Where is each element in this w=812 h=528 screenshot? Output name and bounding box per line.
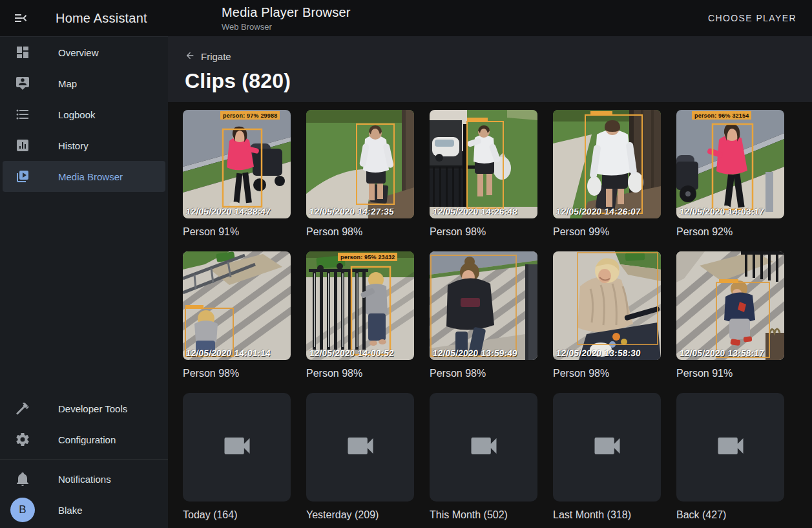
clip-caption: Person 98% bbox=[306, 368, 414, 379]
clips-grid: person: 97% 29988 12/05/2020 14:38:47 Pe… bbox=[168, 102, 812, 521]
user-avatar: B bbox=[10, 498, 35, 522]
clip-card[interactable]: 12/05/2020 14:26:07 Person 99% bbox=[553, 110, 661, 238]
clip-timestamp: 12/05/2020 14:03:17 bbox=[679, 207, 764, 216]
clip-card[interactable]: 12/05/2020 13:58:30 Person 98% bbox=[553, 251, 661, 379]
sidebar-item-configuration[interactable]: Configuration bbox=[3, 424, 165, 455]
folder-thumbnail bbox=[430, 393, 537, 502]
sidebar-item-developer-tools[interactable]: Developer Tools bbox=[3, 393, 165, 424]
hammer-icon bbox=[15, 401, 30, 416]
sidebar-item-label: Notifications bbox=[58, 474, 111, 485]
arrow-left-icon bbox=[185, 50, 195, 63]
clip-thumbnail: 12/05/2020 13:59:49 bbox=[430, 251, 537, 360]
clip-card[interactable]: 12/05/2020 14:27:35 Person 98% bbox=[306, 110, 414, 238]
clip-card[interactable]: 12/05/2020 14:01:14 Person 98% bbox=[183, 251, 291, 379]
bar-chart-box-icon bbox=[15, 138, 30, 153]
clip-caption: Person 98% bbox=[430, 368, 537, 379]
choose-player-button[interactable]: CHOOSE PLAYER bbox=[702, 0, 803, 36]
sidebar: Overview Map Logbook History Media Brows… bbox=[0, 36, 168, 528]
clip-card[interactable]: 12/05/2020 13:59:49 Person 98% bbox=[430, 251, 537, 379]
detection-label: person: 95% 23432 bbox=[338, 253, 397, 261]
page-toolbar-title: Media Player Browser Web Browser bbox=[222, 5, 351, 32]
cctv-scene-boy-navy-shirt bbox=[676, 251, 784, 360]
clip-thumbnail: 12/05/2020 14:26:07 bbox=[553, 110, 661, 218]
clip-card[interactable]: person: 95% 23432 12/05/2020 14:00:52 Pe… bbox=[306, 251, 414, 379]
folder-card-today[interactable]: Today (164) bbox=[183, 393, 291, 521]
media-browser-content: Frigate Clips (820) bbox=[168, 36, 812, 528]
clip-thumbnail: 12/05/2020 14:27:35 bbox=[306, 110, 414, 218]
clip-thumbnail: person: 96% 32154 12/05/2020 14:03:17 bbox=[676, 110, 784, 218]
clip-caption: Person 99% bbox=[553, 226, 661, 238]
sidebar-divider bbox=[0, 459, 168, 459]
clip-timestamp: 12/05/2020 14:01:14 bbox=[185, 348, 271, 358]
clip-timestamp: 12/05/2020 13:59:49 bbox=[432, 348, 517, 358]
clip-caption: Person 92% bbox=[676, 226, 784, 238]
breadcrumb-back-frigate[interactable]: Frigate bbox=[185, 50, 231, 63]
clip-timestamp: 12/05/2020 14:26:48 bbox=[432, 207, 517, 216]
page-title: Clips (820) bbox=[185, 69, 796, 93]
clip-timestamp: 12/05/2020 14:00:52 bbox=[309, 348, 394, 358]
cctv-scene-fence-toddler bbox=[306, 251, 414, 360]
sidebar-item-label: Developer Tools bbox=[58, 403, 127, 414]
folder-caption: Today (164) bbox=[183, 509, 291, 521]
clip-thumbnail: 12/05/2020 13:58:30 bbox=[553, 251, 661, 360]
sidebar-item-user-profile[interactable]: B Blake bbox=[3, 494, 165, 525]
sidebar-spacer bbox=[0, 192, 168, 393]
folder-card-yesterday[interactable]: Yesterday (209) bbox=[306, 393, 414, 521]
list-bulleted-icon bbox=[15, 107, 30, 122]
map-account-icon bbox=[15, 76, 30, 91]
folder-caption: This Month (502) bbox=[430, 509, 537, 521]
cctv-scene-garage-gate bbox=[430, 110, 537, 218]
folder-caption: Yesterday (209) bbox=[306, 509, 414, 521]
menu-open-icon bbox=[13, 10, 28, 26]
video-camera-icon bbox=[467, 429, 501, 465]
sidebar-item-notifications[interactable]: Notifications bbox=[3, 463, 165, 494]
clip-caption: Person 98% bbox=[430, 226, 537, 238]
detection-label: person: 96% 32154 bbox=[692, 111, 751, 120]
clip-caption: Person 91% bbox=[183, 226, 291, 238]
clip-card[interactable]: person: 97% 29988 12/05/2020 14:38:47 Pe… bbox=[183, 110, 291, 238]
video-camera-icon bbox=[714, 429, 747, 465]
clip-thumbnail: 12/05/2020 13:58:17 bbox=[676, 251, 784, 360]
cctv-scene-sidewalk-close bbox=[676, 110, 784, 218]
cctv-scene-knit-sweater-woman bbox=[553, 251, 661, 360]
clip-timestamp: 12/05/2020 13:58:30 bbox=[556, 348, 641, 358]
folder-card-last-month[interactable]: Last Month (318) bbox=[553, 393, 661, 521]
breadcrumb-label: Frigate bbox=[201, 51, 231, 62]
sidebar-item-history[interactable]: History bbox=[3, 130, 165, 161]
clip-thumbnail: person: 95% 23432 12/05/2020 14:00:52 bbox=[306, 251, 414, 360]
folder-caption: Back (427) bbox=[676, 509, 784, 521]
sidebar-item-media-browser[interactable]: Media Browser bbox=[3, 161, 165, 192]
media-player-subtitle: Web Browser bbox=[222, 22, 351, 32]
clip-timestamp: 12/05/2020 13:58:17 bbox=[679, 348, 764, 358]
clip-timestamp: 12/05/2020 14:38:47 bbox=[185, 207, 271, 216]
sidebar-item-label: Configuration bbox=[58, 434, 116, 445]
app-toolbar: Home Assistant Media Player Browser Web … bbox=[0, 0, 812, 36]
cctv-scene-hoodie-woman bbox=[430, 251, 537, 360]
clip-caption: Person 91% bbox=[676, 368, 784, 379]
clip-caption: Person 98% bbox=[306, 226, 414, 238]
clip-thumbnail: 12/05/2020 14:01:14 bbox=[183, 251, 291, 360]
sidebar-item-map[interactable]: Map bbox=[3, 68, 165, 99]
folder-thumbnail bbox=[183, 393, 291, 502]
sidebar-toggle-button[interactable] bbox=[5, 3, 36, 34]
bell-icon bbox=[15, 471, 30, 487]
sidebar-item-label: Map bbox=[58, 78, 77, 89]
folder-card-this-month[interactable]: This Month (502) bbox=[430, 393, 537, 521]
dashboard-icon bbox=[15, 45, 30, 60]
cctv-scene-porch-steps-toddler bbox=[183, 251, 291, 360]
folder-thumbnail bbox=[676, 393, 784, 502]
sidebar-item-overview[interactable]: Overview bbox=[3, 37, 165, 68]
clip-card[interactable]: 12/05/2020 13:58:17 Person 91% bbox=[676, 251, 784, 379]
clip-card[interactable]: person: 96% 32154 12/05/2020 14:03:17 Pe… bbox=[676, 110, 784, 238]
video-camera-icon bbox=[220, 429, 254, 465]
clip-caption: Person 98% bbox=[553, 368, 661, 379]
app-name: Home Assistant bbox=[56, 11, 147, 26]
sidebar-item-logbook[interactable]: Logbook bbox=[3, 99, 165, 130]
video-camera-icon bbox=[590, 429, 624, 465]
media-library-play-icon bbox=[15, 169, 30, 184]
clip-card[interactable]: 12/05/2020 14:26:48 Person 98% bbox=[430, 110, 537, 238]
folder-card-back[interactable]: Back (427) bbox=[676, 393, 784, 521]
media-player-browser-title: Media Player Browser bbox=[222, 5, 351, 20]
media-browser-header: Frigate Clips (820) bbox=[168, 36, 812, 102]
detection-label: person: 97% 29988 bbox=[220, 111, 280, 120]
